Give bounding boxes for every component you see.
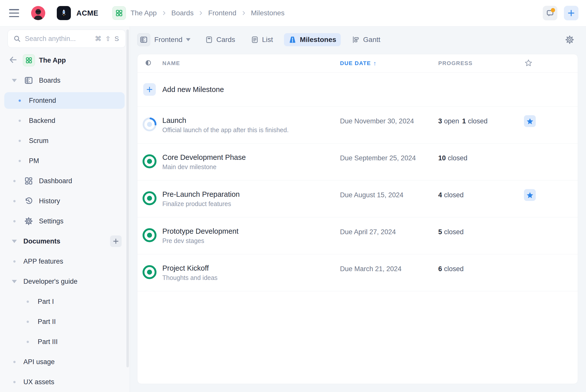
milestone-subtitle: Finalize product features <box>162 200 240 208</box>
closed-count: 1 <box>462 117 466 125</box>
milestone-title: Launch <box>162 116 289 125</box>
sidebar-item-dashboard[interactable]: Dashboard <box>0 171 130 191</box>
sidebar-item-part-1[interactable]: Part I <box>0 291 130 312</box>
sidebar-scrollbar[interactable] <box>126 29 129 367</box>
sidebar-item-the-app[interactable]: The App <box>0 50 130 70</box>
table-row[interactable]: Core Development Phase Main dev mileston… <box>137 143 578 180</box>
table-row[interactable]: Pre-Launch Preparation Finalize product … <box>137 180 578 217</box>
milestone-subtitle: Official launch of the app after this is… <box>162 126 289 134</box>
sidebar-item-settings[interactable]: Settings <box>0 211 130 231</box>
workspace-logo[interactable] <box>57 6 71 20</box>
collapse-triangle-icon[interactable] <box>12 280 17 283</box>
board-switcher-label[interactable]: Frontend <box>154 36 182 44</box>
board-icon <box>24 76 33 85</box>
history-icon <box>24 196 33 206</box>
view-settings-button[interactable] <box>565 35 574 45</box>
table-row[interactable]: Project Kickoff Thoughts and ideas Due M… <box>137 254 578 291</box>
closed-label: closed <box>444 265 464 273</box>
avatar-illustration <box>31 6 45 20</box>
star-button[interactable] <box>524 189 536 201</box>
plus-icon <box>146 86 153 93</box>
closed-label: closed <box>444 191 464 199</box>
bullet-icon <box>13 260 16 263</box>
sidebar-item-api-usage[interactable]: API usage <box>0 352 130 372</box>
board-switcher-button[interactable] <box>137 33 150 46</box>
table-row[interactable]: Prototype Development Pre dev stages Due… <box>137 217 578 254</box>
column-header-progress[interactable]: PROGRESS <box>438 60 473 67</box>
milestone-progress: 3open 1closed <box>438 117 487 125</box>
sort-asc-icon: ↑ <box>373 60 377 67</box>
plus-icon <box>567 9 575 17</box>
notification-dot <box>551 8 555 12</box>
tab-label: List <box>262 36 273 44</box>
add-milestone-row[interactable]: Add new Milestone <box>137 73 578 107</box>
search-input[interactable]: Search anythin... ⌘ ⇧ S <box>8 30 126 48</box>
bullet-icon <box>13 220 16 222</box>
chevron-down-icon[interactable] <box>186 38 190 41</box>
milestone-done-icon <box>142 154 157 170</box>
sidebar-item-label: The App <box>39 57 66 64</box>
table-header-row: NAME DUE DATE ↑ PROGRESS <box>137 54 578 73</box>
sidebar-item-label: Part III <box>38 338 58 346</box>
breadcrumb-item[interactable]: The App <box>130 9 157 17</box>
topbar: ACME The App Boards Fron <box>0 0 586 26</box>
milestone-due-date: Due November 30, 2024 <box>340 117 414 125</box>
milestones-table: NAME DUE DATE ↑ PROGRESS <box>137 54 578 384</box>
sidebar-item-documents[interactable]: Documents <box>0 231 130 251</box>
sidebar-item-label: PM <box>29 157 39 165</box>
milestone-progress: 6closed <box>438 265 464 273</box>
sidebar-item-history[interactable]: History <box>0 191 130 211</box>
milestone-due-date: Due September 25, 2024 <box>340 154 416 162</box>
breadcrumb-item[interactable]: Frontend <box>208 9 236 17</box>
sidebar-item-ux-assets[interactable]: UX assets <box>0 372 130 392</box>
sidebar-item-backend[interactable]: Backend <box>0 111 130 131</box>
sidebar-item-developers-guide[interactable]: Developer's guide <box>0 271 130 291</box>
sidebar-item-part-3[interactable]: Part III <box>0 332 130 352</box>
hamburger-icon[interactable] <box>9 9 19 17</box>
milestone-subtitle: Pre dev stages <box>162 237 238 244</box>
sidebar-item-label: UX assets <box>23 378 54 386</box>
sidebar-item-label: Scrum <box>29 137 48 145</box>
tab-cards[interactable]: Cards <box>201 33 240 46</box>
breadcrumb-item[interactable]: Boards <box>171 9 194 17</box>
column-header-due-date[interactable]: DUE DATE ↑ <box>340 60 377 67</box>
collapse-triangle-icon[interactable] <box>12 79 17 82</box>
closed-count: 4 <box>438 191 442 199</box>
bullet-icon <box>13 200 16 202</box>
sidebar-item-scrum[interactable]: Scrum <box>0 131 130 151</box>
column-header-label: DUE DATE <box>340 60 371 67</box>
add-milestone-button[interactable] <box>143 83 156 96</box>
tab-list[interactable]: List <box>246 33 278 46</box>
back-arrow-icon[interactable] <box>9 55 18 65</box>
app-root: ACME The App Boards Fron <box>0 0 586 392</box>
tab-milestones[interactable]: Milestones <box>284 33 341 46</box>
collapse-triangle-icon[interactable] <box>12 240 17 243</box>
view-toolbar: Frontend Cards List <box>137 33 385 47</box>
workspace-name[interactable]: ACME <box>76 9 98 17</box>
column-header-name[interactable]: NAME <box>162 60 180 67</box>
closed-count: 5 <box>438 228 442 236</box>
sidebar-item-part-2[interactable]: Part II <box>0 312 130 332</box>
column-header-star[interactable] <box>525 59 532 68</box>
avatar[interactable] <box>31 6 45 20</box>
bullet-icon <box>27 301 29 303</box>
tab-gantt[interactable]: Gantt <box>347 33 385 46</box>
breadcrumb-item-current[interactable]: Milestones <box>251 9 285 17</box>
breadcrumb-app-icon[interactable] <box>112 6 126 20</box>
table-row[interactable]: Launch Official launch of the app after … <box>137 107 578 143</box>
main-area: Frontend Cards List <box>130 26 586 392</box>
sidebar-item-boards[interactable]: Boards <box>0 70 130 90</box>
sidebar-item-pm[interactable]: PM <box>0 151 130 171</box>
sidebar-item-label: APP features <box>23 258 63 265</box>
tab-label: Milestones <box>300 36 336 44</box>
add-document-button[interactable] <box>110 235 122 247</box>
sidebar-item-app-features[interactable]: APP features <box>0 251 130 271</box>
milestone-text: Project Kickoff Thoughts and ideas <box>162 254 218 291</box>
new-item-button[interactable] <box>564 6 578 20</box>
sidebar-item-frontend[interactable]: Frontend <box>0 90 130 111</box>
chat-button[interactable] <box>543 6 557 20</box>
milestone-text: Prototype Development Pre dev stages <box>162 217 238 254</box>
plus-icon <box>112 238 119 245</box>
star-button[interactable] <box>524 115 536 127</box>
add-milestone-label: Add new Milestone <box>162 85 224 94</box>
